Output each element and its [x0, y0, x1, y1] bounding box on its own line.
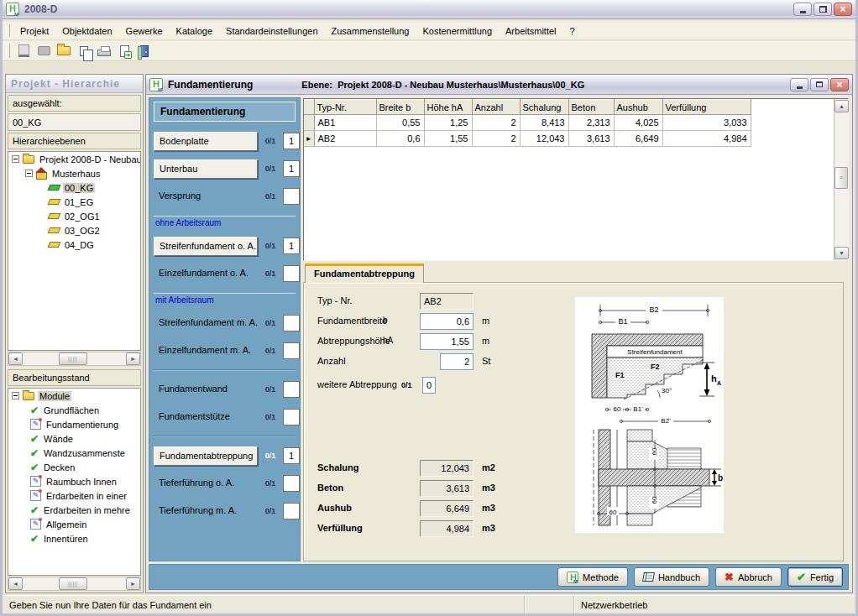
- open-project-icon[interactable]: [34, 42, 54, 60]
- module-item[interactable]: ✔ Wandzusammenste: [8, 446, 140, 460]
- restore-button[interactable]: [814, 3, 832, 16]
- toolbar-grip[interactable]: [6, 44, 10, 57]
- menu-zusammenstellung[interactable]: Zusammenstellung: [325, 23, 416, 39]
- fundamentabtreppung-button[interactable]: Fundamentabtreppung: [154, 446, 258, 466]
- tree-item-floor[interactable]: 00_KG: [8, 180, 140, 195]
- child-maximize-button[interactable]: [810, 78, 829, 91]
- tieferfuehrung-oa-button[interactable]: Tieferführung o. A.: [154, 474, 258, 493]
- versprung-button[interactable]: Versprung: [154, 187, 258, 206]
- collapse-icon[interactable]: [12, 392, 19, 399]
- fundamentwand-button[interactable]: Fundamentwand: [154, 380, 258, 399]
- exit-door-icon[interactable]: [134, 42, 154, 60]
- module-item[interactable]: ✔ Erdarbeiten in mehre: [8, 503, 140, 517]
- scroll-thumb[interactable]: ||||: [59, 577, 87, 590]
- scroll-thumb[interactable]: ||||: [59, 352, 87, 365]
- close-button[interactable]: ×: [834, 3, 852, 16]
- menu-objektdaten[interactable]: Objektdaten: [55, 23, 118, 39]
- scroll-thumb[interactable]: ≡: [834, 167, 848, 189]
- child-close-button[interactable]: ×: [830, 78, 849, 91]
- weitere-abtreppung-input[interactable]: 0: [422, 377, 436, 394]
- fundamentstuetze-button[interactable]: Fundamentstütze: [154, 408, 258, 427]
- streifenfundament-ma-count-field[interactable]: [283, 315, 300, 331]
- table-row-selected[interactable]: ► AB2 0,6 1,55 2 12,043 3,613 6,649 4,98…: [304, 131, 751, 147]
- streifenfundament-ma-button[interactable]: Streifenfundament m. A.: [154, 314, 258, 333]
- hierarchy-hscrollbar[interactable]: ◄ |||| ►: [8, 352, 141, 366]
- scroll-up-icon[interactable]: ▲: [834, 100, 849, 112]
- column-header[interactable]: Schalung: [520, 100, 568, 115]
- tree-item-floor[interactable]: 01_EG: [8, 195, 140, 209]
- menu-kataloge[interactable]: Kataloge: [170, 23, 219, 39]
- streifenfundament-oa-button[interactable]: Streifenfundament o. A.: [154, 237, 258, 256]
- minimize-button[interactable]: [793, 3, 812, 16]
- menu-arbeitsmittel[interactable]: Arbeitsmittel: [499, 23, 563, 39]
- module-item[interactable]: ✔ Grundflächen: [8, 403, 140, 417]
- tree-item-modules-root[interactable]: Module: [8, 389, 140, 403]
- table-vscrollbar[interactable]: ▲ ≡ ▼: [834, 99, 848, 260]
- tree-item-building[interactable]: Musterhaus: [8, 166, 140, 180]
- tree-item-floor[interactable]: 02_OG1: [8, 209, 140, 223]
- module-item[interactable]: ✔ Wände: [8, 431, 140, 446]
- tieferfuehrung-oa-count-field[interactable]: [283, 475, 300, 492]
- fundamentwand-count-field[interactable]: [283, 381, 300, 398]
- column-header[interactable]: Aushub: [614, 100, 662, 115]
- handbuch-button[interactable]: Handbuch: [634, 567, 709, 587]
- einzelfundament-oa-button[interactable]: Einzelfundament o. A.: [154, 264, 258, 284]
- fundamentstuetze-count-field[interactable]: [283, 409, 300, 425]
- fertig-button[interactable]: ✔ Fertig: [787, 567, 843, 587]
- menu-kostenermittlung[interactable]: Kostenermittlung: [416, 23, 499, 39]
- menu-help[interactable]: ?: [563, 23, 582, 39]
- export-document-icon[interactable]: [114, 42, 134, 60]
- scroll-down-icon[interactable]: ▼: [834, 247, 849, 259]
- bodenplatte-count-field[interactable]: 1: [283, 133, 300, 149]
- versprung-count-field[interactable]: [283, 188, 300, 205]
- scroll-left-icon[interactable]: ◄: [8, 577, 23, 590]
- einzelfundament-oa-count-field[interactable]: [283, 265, 300, 282]
- collapse-icon[interactable]: [12, 155, 19, 163]
- einzelfundament-ma-count-field[interactable]: [283, 342, 300, 359]
- column-header[interactable]: Verfüllung: [662, 100, 751, 115]
- child-minimize-button[interactable]: [790, 78, 808, 91]
- row-selector-arrow-icon[interactable]: ►: [304, 131, 314, 147]
- tree-item-project[interactable]: Projekt 2008-D - Neubau: [8, 152, 140, 166]
- column-header[interactable]: Breite b: [376, 100, 424, 115]
- abtreppungshoehe-input[interactable]: 1,55: [420, 333, 473, 350]
- modules-hscrollbar[interactable]: ◄ |||| ►: [8, 577, 141, 591]
- anzahl-input[interactable]: 2: [440, 353, 473, 370]
- fundamentbreite-input[interactable]: 0,6: [420, 313, 473, 330]
- scroll-right-icon[interactable]: ►: [126, 352, 140, 365]
- column-header[interactable]: Beton: [568, 100, 614, 115]
- module-item[interactable]: ✎ Allgemein: [8, 517, 140, 531]
- unterbau-button[interactable]: Unterbau: [154, 159, 258, 179]
- streifenfundament-oa-count-field[interactable]: 1: [283, 238, 300, 254]
- new-document-icon[interactable]: [13, 42, 34, 60]
- module-item[interactable]: ✔ Innentüren: [8, 531, 140, 546]
- menu-gewerke[interactable]: Gewerke: [119, 23, 170, 39]
- menu-standardeinstellungen[interactable]: Standardeinstellungen: [219, 23, 324, 39]
- menu-projekt[interactable]: Projekt: [13, 23, 55, 39]
- einzelfundament-ma-button[interactable]: Einzelfundament m. A.: [154, 342, 258, 361]
- row-selector[interactable]: [304, 115, 314, 131]
- table-row[interactable]: AB1 0,55 1,25 2 8,413 2,313 4,025 3,033: [304, 115, 751, 131]
- copy-icon[interactable]: [74, 42, 94, 60]
- open-folder-icon[interactable]: [54, 42, 74, 60]
- column-header[interactable]: Anzahl: [472, 100, 520, 115]
- bodenplatte-button[interactable]: Bodenplatte: [154, 132, 258, 151]
- abbruch-button[interactable]: ✖ Abbruch: [715, 567, 782, 587]
- collapse-icon[interactable]: [25, 170, 33, 177]
- column-header[interactable]: Höhe hA: [424, 100, 472, 115]
- module-item[interactable]: ✎ Erdarbeiten in einer: [8, 488, 140, 503]
- methode-button[interactable]: Methode: [557, 567, 628, 587]
- print-icon[interactable]: [94, 42, 114, 60]
- menubar-grip[interactable]: [6, 24, 10, 37]
- module-item[interactable]: ✎ Fundamentierung: [8, 417, 140, 431]
- tieferfuehrung-ma-button[interactable]: Tieferführung m. A.: [154, 502, 258, 521]
- tab-fundamentabtreppung[interactable]: Fundamentabtreppung: [305, 264, 424, 283]
- column-header[interactable]: Typ-Nr.: [314, 100, 376, 115]
- tree-item-floor[interactable]: 03_OG2: [8, 223, 140, 238]
- tieferfuehrung-ma-count-field[interactable]: [283, 503, 300, 519]
- unterbau-count-field[interactable]: 1: [283, 160, 300, 177]
- fundamentabtreppung-count-field[interactable]: 1: [283, 447, 300, 464]
- scroll-left-icon[interactable]: ◄: [8, 352, 23, 365]
- module-item[interactable]: ✎ Raumbuch Innen: [8, 474, 140, 488]
- module-item[interactable]: ✔ Decken: [8, 460, 140, 474]
